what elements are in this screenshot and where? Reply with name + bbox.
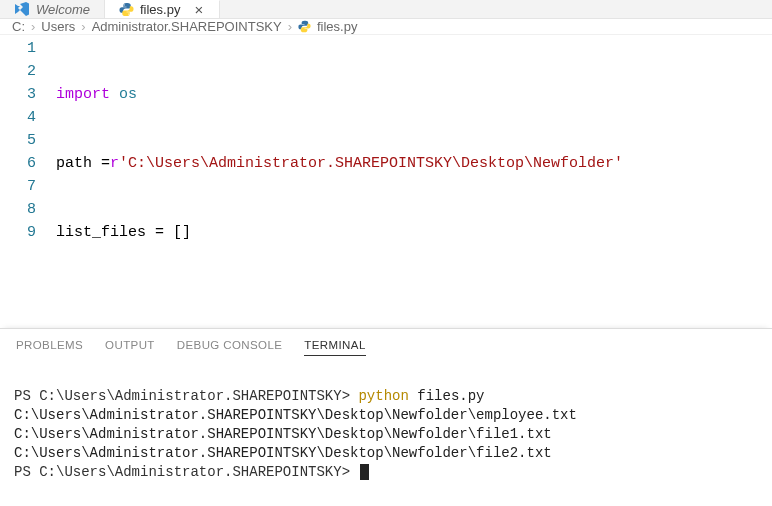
bottom-panel: PROBLEMS OUTPUT DEBUG CONSOLE TERMINAL P… bbox=[0, 328, 772, 506]
python-icon bbox=[298, 20, 311, 33]
terminal[interactable]: PS C:\Users\Administrator.SHAREPOINTSKY>… bbox=[0, 362, 772, 506]
line-gutter: 1 2 3 4 5 6 7 8 9 bbox=[0, 37, 56, 328]
tab-bar: Welcome files.py × bbox=[0, 0, 772, 19]
panel-tab-output[interactable]: OUTPUT bbox=[105, 339, 155, 356]
breadcrumb-segment[interactable]: Users bbox=[41, 19, 75, 34]
terminal-command: python bbox=[358, 388, 408, 404]
python-icon bbox=[119, 2, 134, 17]
code-area[interactable]: import os path =r'C:\Users\Administrator… bbox=[56, 37, 772, 328]
terminal-prompt: PS C:\Users\Administrator.SHAREPOINTSKY> bbox=[14, 388, 358, 404]
close-icon[interactable]: × bbox=[192, 1, 205, 18]
panel-tab-bar: PROBLEMS OUTPUT DEBUG CONSOLE TERMINAL bbox=[0, 329, 772, 362]
code-editor[interactable]: 1 2 3 4 5 6 7 8 9 import os path =r'C:\U… bbox=[0, 35, 772, 328]
chevron-right-icon: › bbox=[79, 19, 87, 34]
tab-file-label: files.py bbox=[140, 2, 180, 17]
terminal-output-line: C:\Users\Administrator.SHAREPOINTSKY\Des… bbox=[14, 426, 552, 442]
tab-welcome-label: Welcome bbox=[36, 2, 90, 17]
tab-welcome[interactable]: Welcome bbox=[0, 0, 105, 18]
panel-tab-terminal[interactable]: TERMINAL bbox=[304, 339, 365, 356]
terminal-cursor bbox=[360, 464, 369, 480]
vscode-icon bbox=[14, 1, 30, 17]
code-line: import os bbox=[56, 83, 772, 106]
breadcrumb-segment[interactable]: Administrator.SHAREPOINTSKY bbox=[92, 19, 282, 34]
tab-file[interactable]: files.py × bbox=[105, 0, 220, 18]
chevron-right-icon: › bbox=[286, 19, 294, 34]
breadcrumb: C: › Users › Administrator.SHAREPOINTSKY… bbox=[0, 19, 772, 35]
terminal-output-line: C:\Users\Administrator.SHAREPOINTSKY\Des… bbox=[14, 445, 552, 461]
chevron-right-icon: › bbox=[29, 19, 37, 34]
terminal-prompt: PS C:\Users\Administrator.SHAREPOINTSKY> bbox=[14, 464, 358, 480]
terminal-output-line: C:\Users\Administrator.SHAREPOINTSKY\Des… bbox=[14, 407, 577, 423]
code-line bbox=[56, 290, 772, 313]
breadcrumb-segment[interactable]: C: bbox=[12, 19, 25, 34]
breadcrumb-file[interactable]: files.py bbox=[317, 19, 357, 34]
code-line: list_files = [] bbox=[56, 221, 772, 244]
panel-tab-problems[interactable]: PROBLEMS bbox=[16, 339, 83, 356]
code-line: path =r'C:\Users\Administrator.SHAREPOIN… bbox=[56, 152, 772, 175]
panel-tab-debug[interactable]: DEBUG CONSOLE bbox=[177, 339, 283, 356]
